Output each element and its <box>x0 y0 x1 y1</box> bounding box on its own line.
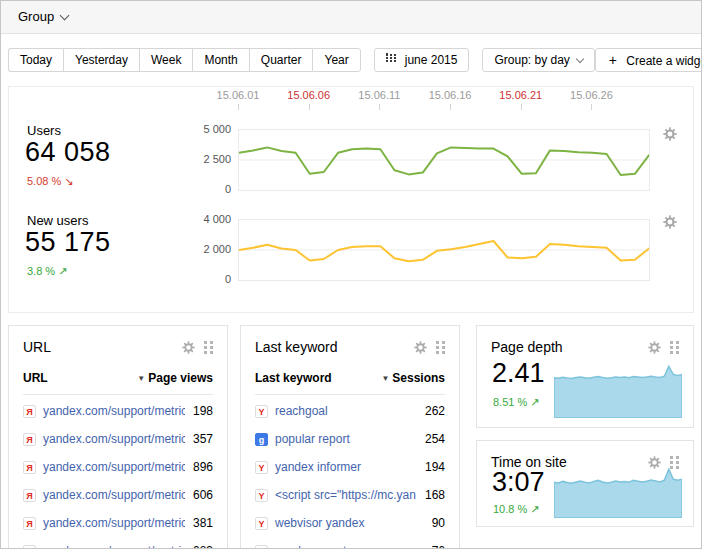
row-value: 90 <box>432 516 445 530</box>
last-keyword-widget: Last keyword <box>240 325 460 549</box>
time-on-site-sparkline <box>554 465 682 518</box>
yandex-favicon: Y <box>255 489 268 502</box>
table-row: Яyandex.com/support/metric...381 <box>23 509 213 537</box>
x-axis-date-label: 15.06.01 <box>217 89 260 101</box>
x-axis-tick <box>450 104 451 110</box>
row-value: 381 <box>193 516 213 530</box>
page-depth-sparkline <box>554 362 682 418</box>
time-on-site-widget: Time on site <box>476 440 694 527</box>
row-link[interactable]: yandex.com/support/metric... <box>43 460 185 474</box>
row-link[interactable]: popular report <box>275 432 417 446</box>
time-on-site-value: 3:07 <box>492 467 545 498</box>
x-axis-date-label: 15.06.06 <box>287 89 330 101</box>
drag-handle-icon[interactable] <box>670 341 679 354</box>
calendar-grid-icon <box>386 49 398 71</box>
row-link[interactable]: yandex.com/support/metric... <box>43 544 185 549</box>
trend-up-arrow-icon: ↗ <box>530 503 539 515</box>
row-value: 357 <box>193 432 213 446</box>
x-axis-date-label: 15.06.21 <box>499 89 542 101</box>
chevron-down-icon <box>60 11 70 21</box>
range-button-year[interactable]: Year <box>312 48 360 72</box>
trend-up-arrow-icon: ↗ <box>530 396 539 408</box>
x-axis-date-label: 15.06.11 <box>358 89 400 101</box>
table-row: gpopular report254 <box>255 425 445 453</box>
row-value: 168 <box>425 488 445 502</box>
y-tick: 0 <box>161 183 231 195</box>
new-users-metric-value: 55 175 <box>25 227 111 258</box>
row-value: 198 <box>193 404 213 418</box>
widget-title: URL <box>23 339 182 355</box>
table-row: Ywebvisor yandex90 <box>255 509 445 537</box>
column-header-sessions[interactable]: ▼Sessions <box>381 371 445 385</box>
google-favicon: g <box>255 433 268 446</box>
x-axis-tick <box>238 104 239 110</box>
range-button-month[interactable]: Month <box>192 48 248 72</box>
row-link[interactable]: yandex.com/support/metrica/ <box>43 404 185 418</box>
top-bar: Group <box>0 0 702 34</box>
date-picker-button[interactable]: june 2015 <box>374 48 470 72</box>
range-button-today[interactable]: Today <box>8 48 63 72</box>
yandex-favicon: Я <box>23 405 36 418</box>
yandex-favicon: Я <box>23 461 36 474</box>
row-value: 76 <box>432 544 445 549</box>
table-row: Yyandex counter76 <box>255 537 445 549</box>
x-axis-date-label: 15.06.16 <box>429 89 472 101</box>
users-widget-gear-icon[interactable] <box>663 127 677 141</box>
widgets-row: URL <box>8 325 694 549</box>
yandex-favicon: Я <box>23 545 36 549</box>
row-link[interactable]: <script src="https://mc.yan... <box>275 488 417 502</box>
yandex-favicon: Я <box>23 517 36 530</box>
yandex-favicon: Y <box>255 545 268 549</box>
page-depth-widget: Page depth <box>476 325 694 428</box>
range-button-week[interactable]: Week <box>139 48 192 72</box>
group-menu-dropdown[interactable]: Group <box>18 9 68 24</box>
column-header-last-keyword[interactable]: Last keyword <box>255 371 381 385</box>
table-row: Яyandex.com/support/metrica/198 <box>23 397 213 425</box>
column-header-page-views[interactable]: ▼Page views <box>137 371 213 385</box>
y-tick: 5 000 <box>161 123 231 135</box>
chevron-down-icon <box>576 55 584 63</box>
row-link[interactable]: yandex.com/support/metric... <box>43 488 185 502</box>
row-value: 606 <box>193 488 213 502</box>
row-link[interactable]: webvisor yandex <box>275 516 424 530</box>
row-value: 254 <box>425 432 445 446</box>
row-link[interactable]: yandex counter <box>275 544 424 549</box>
trend-down-arrow-icon: ↘ <box>64 175 73 187</box>
range-button-yesterday[interactable]: Yesterday <box>63 48 139 72</box>
group-by-dropdown[interactable]: Group: by day <box>482 48 594 72</box>
x-axis-tick <box>521 104 522 110</box>
row-link[interactable]: yandex.com/support/metric... <box>43 516 185 530</box>
column-header-url[interactable]: URL <box>23 371 137 385</box>
row-value: 083 <box>193 544 213 549</box>
y-tick: 0 <box>161 273 231 285</box>
create-widget-label: Create a widget <box>626 54 702 68</box>
x-axis-tick <box>591 104 592 110</box>
new-users-widget-gear-icon[interactable] <box>663 215 677 229</box>
y-tick: 2 000 <box>161 243 231 255</box>
yandex-favicon: Я <box>23 433 36 446</box>
last-keyword-widget-gear-icon[interactable] <box>414 341 427 354</box>
page-depth-widget-gear-icon[interactable] <box>648 341 661 354</box>
users-delta: 5.08 % ↘ <box>27 175 74 188</box>
y-tick: 2 500 <box>161 153 231 165</box>
table-row: Яyandex.com/support/metric...357 <box>23 425 213 453</box>
row-link[interactable]: yandex informer <box>275 460 417 474</box>
yandex-favicon: Y <box>255 405 268 418</box>
x-axis-tick <box>309 104 310 110</box>
row-value: 194 <box>425 460 445 474</box>
new-users-delta: 3.8 % ↗ <box>27 265 67 278</box>
row-link[interactable]: yandex.com/support/metric... <box>43 432 185 446</box>
range-button-quarter[interactable]: Quarter <box>249 48 313 72</box>
row-value: 262 <box>425 404 445 418</box>
row-link[interactable]: reachgoal <box>275 404 417 418</box>
url-widget-gear-icon[interactable] <box>182 341 195 354</box>
drag-handle-icon[interactable] <box>436 341 445 354</box>
create-widget-button[interactable]: + Create a widget <box>595 48 702 72</box>
table-row: Yreachgoal262 <box>255 397 445 425</box>
page-depth-value: 2.41 <box>492 358 545 389</box>
users-metric-value: 64 058 <box>25 137 111 168</box>
widget-title: Page depth <box>491 339 648 355</box>
drag-handle-icon[interactable] <box>204 341 213 354</box>
yandex-favicon: Я <box>23 489 36 502</box>
table-row: Yyandex informer194 <box>255 453 445 481</box>
